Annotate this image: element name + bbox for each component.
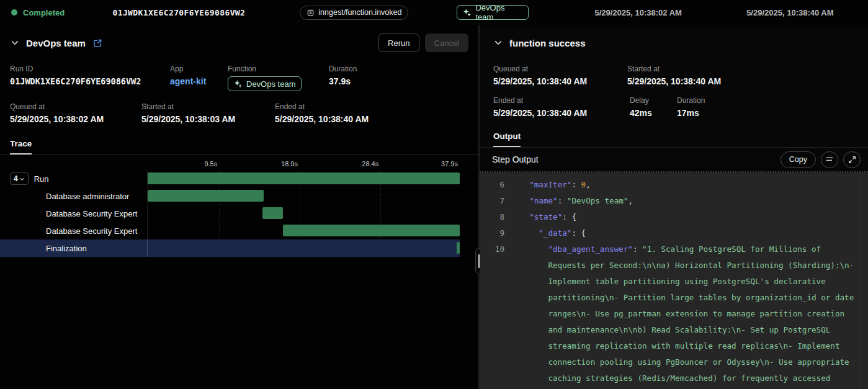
ended-at-label: Ended at [493,96,630,105]
step-details-panel: function success Queued at 5/29/2025, 10… [480,25,868,389]
code-text: "_data": { [511,225,857,241]
status-dot-icon [11,9,17,16]
queued-at-label: Queued at [493,65,627,73]
code-text: "state": { [511,209,857,225]
duration-label: Duration [677,96,858,105]
function-badge-label: DevOps team [246,79,295,89]
duration-label: Duration [329,65,468,73]
topbar-ended-time: 5/29/2025, 10:38:40 AM [723,8,857,17]
trace-span-row[interactable]: Database Security Expert [0,205,460,222]
line-number: 8 [480,209,504,225]
trace-timeline: 9.5s18.9s28.4s37.9s 4 RunDatabase admini… [0,159,460,257]
duration-bar[interactable] [262,207,283,219]
function-badge-topbar[interactable]: DevOps team [457,5,528,20]
sparkle-icon [463,8,472,17]
topbar: Completed 01JWDK1XE6C270F6YE69086VW2 inn… [0,0,868,25]
topbar-run-id: 01JWDK1XE6C270F6YE69086VW2 [112,8,245,17]
event-icon [306,9,315,17]
code-line: 9"_data": { [480,225,868,241]
span-name: Run [34,174,49,184]
run-details-panel: DevOps team Rerun Cancel Run ID 01JWDK1X… [0,25,478,389]
code-text: "name": "DevOps team", [511,193,857,209]
duration-bar[interactable] [283,225,460,236]
span-name: Database Security Expert [10,226,137,236]
code-text: "maxIter": 0, [511,177,857,193]
span-bar-cell [148,222,460,239]
span-label-cell: Finalization [0,239,148,257]
function-badge-label: DevOps team [475,3,522,22]
run-title: DevOps team [26,38,86,48]
duration-bar[interactable] [148,190,264,202]
tab-output[interactable]: Output [493,128,521,147]
axis-tick-label: 9.5s [204,160,219,168]
queued-at-value: 5/29/2025, 10:38:40 AM [493,76,627,86]
trace-span-row[interactable]: 4 Run [0,170,460,187]
axis-tick-label: 37.9s [441,160,460,168]
span-label-cell: Database Security Expert [0,205,148,222]
duration-bar[interactable] [148,172,460,184]
ended-at-value: 5/29/2025, 10:38:40 AM [275,114,468,124]
app-label: App [170,65,228,73]
run-id-label: Run ID [10,65,170,73]
started-at-value: 5/29/2025, 10:38:03 AM [141,114,275,124]
event-badge[interactable]: inngest/function.invoked [300,6,408,20]
ended-at-label: Ended at [275,102,468,111]
delay-value: 42ms [630,108,677,118]
trace-span-row[interactable]: Database administrator [0,187,460,205]
span-label-cell: 4 Run [0,170,148,187]
queued-at-label: Queued at [10,102,141,111]
axis-tick-label: 18.9s [281,160,300,168]
duration-bar[interactable] [457,242,460,254]
code-line: 8"state": { [480,209,868,225]
copy-button[interactable]: Copy [781,151,816,168]
axis-tick-label: 28.4s [362,160,380,168]
function-badge[interactable]: DevOps team [228,76,302,91]
collapse-chevron-icon[interactable] [493,38,503,48]
code-scrollbar[interactable] [861,172,861,389]
trace-span-row[interactable]: Database Security Expert [0,222,460,239]
expand-count-button[interactable]: 4 [10,172,29,185]
span-name: Database administrator [10,192,129,201]
app-link[interactable]: agent-kit [170,76,228,86]
sparkle-icon [234,79,243,88]
span-label-cell: Database Security Expert [0,222,148,239]
code-line: 7"name": "DevOps team", [480,193,868,209]
code-line: 10"dba_agent_answer": "1. Scaling Postgr… [480,241,868,389]
expand-button[interactable] [843,151,861,168]
step-output-code[interactable]: 6"maxIter": 0,7"name": "DevOps team",8"s… [480,172,868,389]
span-name: Finalization [10,244,87,253]
span-bar-cell [148,205,460,222]
span-name: Database Security Expert [10,209,137,218]
rerun-button[interactable]: Rerun [378,34,419,52]
ended-at-value: 5/29/2025, 10:38:40 AM [493,108,630,118]
external-link-icon[interactable] [93,38,102,48]
code-line: 6"maxIter": 0, [480,177,868,193]
collapse-chevron-icon[interactable] [10,38,20,48]
queued-at-value: 5/29/2025, 10:38:02 AM [10,114,141,124]
delay-label: Delay [630,96,677,105]
cancel-button[interactable]: Cancel [425,34,468,52]
duration-value: 37.9s [329,76,468,86]
line-number: 10 [480,241,504,389]
function-label: Function [228,65,329,73]
code-text: "dba_agent_answer": "1. Scaling PostgreS… [511,241,857,389]
run-id-value: 01JWDK1XE6C270F6YE69086VW2 [10,76,170,86]
started-at-value: 5/29/2025, 10:38:40 AM [627,76,858,86]
event-badge-label: inngest/function.invoked [318,8,401,17]
duration-value: 17ms [677,108,858,118]
trace-span-row[interactable]: Finalization [0,239,460,257]
word-wrap-button[interactable] [821,151,838,168]
run-status: Completed [11,8,101,17]
started-at-label: Started at [627,65,858,73]
span-bar-cell [148,187,460,205]
step-output-title: Step Output [492,154,539,164]
status-label: Completed [23,8,65,17]
started-at-label: Started at [141,102,275,111]
timeline-axis: 9.5s18.9s28.4s37.9s [0,159,460,170]
topbar-queued-time: 5/29/2025, 10:38:02 AM [571,8,706,17]
line-number: 7 [480,193,504,209]
span-label-cell: Database administrator [0,187,148,205]
line-number: 6 [480,177,504,193]
span-bar-cell [148,239,460,257]
tab-trace[interactable]: Trace [10,135,32,154]
